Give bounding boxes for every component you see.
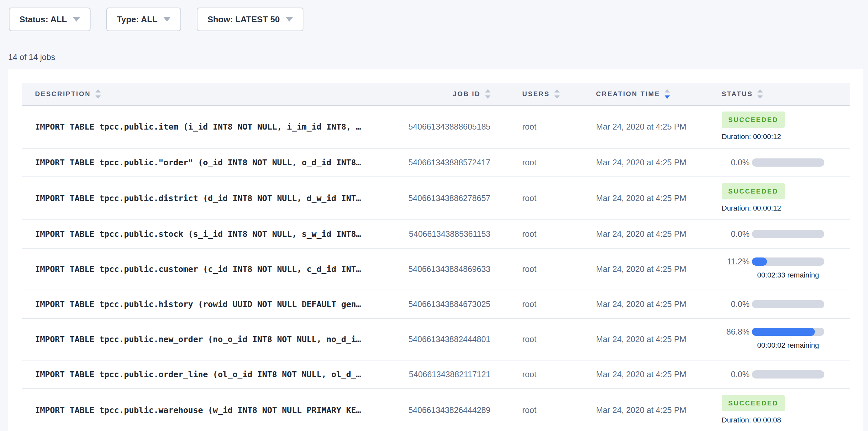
job-id-cell: 540661343884869633 <box>374 249 496 289</box>
progress-line: 11.2% <box>722 257 825 266</box>
creation-time-cell: Mar 24, 2020 at 4:25 PM <box>572 389 699 431</box>
duration-text: Duration: 00:00:12 <box>722 204 781 213</box>
status-cell: 86.8%00:00:02 remaining <box>699 319 849 360</box>
progress-percent: 0.0% <box>722 370 750 379</box>
description-cell: IMPORT TABLE tpcc.public.stock (s_i_id I… <box>22 220 374 248</box>
status-cell: 11.2%00:02:33 remaining <box>699 249 849 289</box>
progress-bar <box>752 328 825 336</box>
column-header-status[interactable]: STATUS <box>699 89 849 99</box>
time-remaining: 00:02:33 remaining <box>752 271 825 279</box>
column-header-description[interactable]: DESCRIPTION <box>22 89 374 99</box>
type-filter-dropdown[interactable]: Type: ALL <box>106 7 181 31</box>
jobs-table: DESCRIPTIONJOB IDUSERSCREATION TIMESTATU… <box>22 83 849 431</box>
status-filter-dropdown[interactable]: Status: ALL <box>9 7 91 31</box>
status-cell: SUCCEEDEDDuration: 00:00:12 <box>699 105 849 148</box>
description-cell: IMPORT TABLE tpcc.public.customer (c_id … <box>22 249 374 289</box>
job-description-link[interactable]: IMPORT TABLE tpcc.public."order" (o_id I… <box>35 158 361 167</box>
creation-time-cell: Mar 24, 2020 at 4:25 PM <box>572 249 699 289</box>
job-id-cell: 540661343884673025 <box>374 290 496 318</box>
job-description-link[interactable]: IMPORT TABLE tpcc.public.order_line (ol_… <box>35 370 361 379</box>
show-filter-dropdown[interactable]: Show: LATEST 50 <box>197 7 304 31</box>
sort-asc-icon <box>95 89 101 92</box>
column-header-creation_time[interactable]: CREATION TIME <box>572 89 699 99</box>
sort-asc-icon <box>485 89 490 92</box>
sort-desc-icon <box>554 95 560 99</box>
jobs-table-card: DESCRIPTIONJOB IDUSERSCREATION TIMESTATU… <box>8 69 863 431</box>
job-id-cell: 540661343826444289 <box>374 389 496 431</box>
progress-percent: 86.8% <box>722 327 750 337</box>
sort-desc-icon <box>757 95 763 99</box>
sort-icon <box>554 89 560 99</box>
progress-bar <box>752 158 825 166</box>
sort-icon <box>485 89 490 99</box>
job-description-link[interactable]: IMPORT TABLE tpcc.public.customer (c_id … <box>35 265 361 274</box>
status-cell: SUCCEEDEDDuration: 00:00:12 <box>699 177 849 219</box>
job-id-cell: 540661343888572417 <box>374 149 496 177</box>
status-badge: SUCCEEDED <box>722 183 785 199</box>
progress-line: 0.0% <box>722 158 825 167</box>
creation-time-cell: Mar 24, 2020 at 4:25 PM <box>572 319 699 360</box>
column-header-label: DESCRIPTION <box>35 90 91 98</box>
description-cell: IMPORT TABLE tpcc.public.history (rowid … <box>22 290 374 318</box>
description-cell: IMPORT TABLE tpcc.public."order" (o_id I… <box>22 149 374 177</box>
job-id-cell: 540661343882117121 <box>374 361 496 388</box>
status-badge: SUCCEEDED <box>722 395 785 411</box>
sort-desc-icon <box>485 95 490 99</box>
column-header-job_id[interactable]: JOB ID <box>374 89 496 99</box>
users-cell: root <box>496 177 572 219</box>
status-cell: SUCCEEDEDDuration: 00:00:08 <box>699 389 849 431</box>
job-description-link[interactable]: IMPORT TABLE tpcc.public.new_order (no_o… <box>35 335 361 344</box>
description-cell: IMPORT TABLE tpcc.public.warehouse (w_id… <box>22 389 374 431</box>
progress-line: 0.0% <box>722 370 825 379</box>
progress-percent: 11.2% <box>722 257 750 266</box>
description-cell: IMPORT TABLE tpcc.public.order_line (ol_… <box>22 361 374 388</box>
table-row: IMPORT TABLE tpcc.public.new_order (no_o… <box>22 319 849 361</box>
description-cell: IMPORT TABLE tpcc.public.new_order (no_o… <box>22 319 374 360</box>
job-description-link[interactable]: IMPORT TABLE tpcc.public.history (rowid … <box>35 300 361 309</box>
column-header-label: STATUS <box>722 90 753 98</box>
progress-bar-fill <box>752 328 815 336</box>
type-filter-label: Type: ALL <box>117 14 157 25</box>
sort-asc-icon <box>757 89 763 92</box>
show-filter-label: Show: LATEST 50 <box>207 14 280 25</box>
job-description-link[interactable]: IMPORT TABLE tpcc.public.warehouse (w_id… <box>35 405 361 415</box>
progress-bar <box>752 370 825 378</box>
table-row: IMPORT TABLE tpcc.public.stock (s_i_id I… <box>22 220 849 249</box>
status-filter-label: Status: ALL <box>19 14 67 25</box>
job-description-link[interactable]: IMPORT TABLE tpcc.public.stock (s_i_id I… <box>35 229 361 239</box>
users-cell: root <box>496 220 572 248</box>
status-badge: SUCCEEDED <box>722 112 785 128</box>
table-row: IMPORT TABLE tpcc.public.district (d_id … <box>22 177 849 220</box>
chevron-down-icon <box>286 17 293 22</box>
users-cell: root <box>496 290 572 318</box>
column-header-label: JOB ID <box>453 90 480 98</box>
creation-time-cell: Mar 24, 2020 at 4:25 PM <box>572 177 699 219</box>
sort-icon <box>664 89 670 99</box>
column-header-label: USERS <box>522 90 550 98</box>
status-cell: 0.0% <box>699 361 849 388</box>
sort-desc-icon <box>95 95 101 99</box>
users-cell: root <box>496 105 572 148</box>
job-description-link[interactable]: IMPORT TABLE tpcc.public.item (i_id INT8… <box>35 122 361 131</box>
table-row: IMPORT TABLE tpcc.public."order" (o_id I… <box>22 149 849 177</box>
column-header-users[interactable]: USERS <box>496 89 572 99</box>
progress-line: 86.8% <box>722 327 825 337</box>
sort-icon <box>757 89 763 99</box>
job-description-link[interactable]: IMPORT TABLE tpcc.public.district (d_id … <box>35 193 361 203</box>
status-cell: 0.0% <box>699 290 849 318</box>
table-row: IMPORT TABLE tpcc.public.warehouse (w_id… <box>22 389 849 431</box>
creation-time-cell: Mar 24, 2020 at 4:25 PM <box>572 361 699 388</box>
users-cell: root <box>496 149 572 177</box>
duration-text: Duration: 00:00:12 <box>722 132 781 141</box>
table-row: IMPORT TABLE tpcc.public.order_line (ol_… <box>22 361 849 389</box>
progress-percent: 0.0% <box>722 158 750 167</box>
sort-asc-icon <box>554 89 560 92</box>
users-cell: root <box>496 249 572 289</box>
table-row: IMPORT TABLE tpcc.public.history (rowid … <box>22 290 849 319</box>
creation-time-cell: Mar 24, 2020 at 4:25 PM <box>572 290 699 318</box>
users-cell: root <box>496 389 572 431</box>
creation-time-cell: Mar 24, 2020 at 4:25 PM <box>572 105 699 148</box>
status-cell: 0.0% <box>699 220 849 248</box>
status-cell: 0.0% <box>699 149 849 177</box>
sort-desc-icon <box>664 95 670 99</box>
